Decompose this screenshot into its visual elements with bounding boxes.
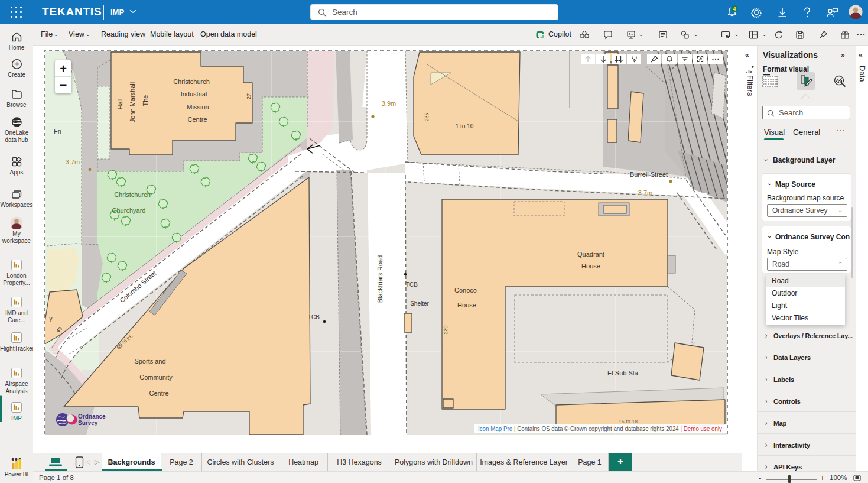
svg-text:Christchurch: Christchurch	[173, 78, 210, 85]
svg-text:Survey: Survey	[78, 420, 98, 426]
svg-text:3.9m: 3.9m	[382, 100, 396, 107]
svg-text:Centre: Centre	[187, 116, 207, 123]
svg-text:15 to 18: 15 to 18	[619, 419, 638, 424]
svg-text:John Marshall: John Marshall	[129, 82, 136, 122]
svg-text:Quadrant: Quadrant	[577, 251, 604, 258]
svg-text:House: House	[581, 262, 600, 270]
svg-text:27: 27	[246, 93, 252, 99]
svg-text:Mission: Mission	[187, 103, 209, 111]
svg-text:4: 4	[733, 5, 736, 12]
svg-text:Fn: Fn	[54, 128, 61, 135]
svg-text:235: 235	[424, 112, 430, 121]
svg-text:Conoco: Conoco	[454, 287, 477, 294]
svg-text:Industrial: Industrial	[181, 90, 207, 98]
svg-text:Community: Community	[139, 374, 173, 381]
svg-text:3.7m: 3.7m	[66, 158, 80, 166]
svg-text:y: y	[50, 316, 53, 322]
svg-text:The: The	[142, 95, 149, 106]
svg-text:Burrell Street: Burrell Street	[630, 171, 668, 178]
svg-text:Hall: Hall	[116, 99, 123, 110]
svg-text:Centre: Centre	[149, 390, 168, 397]
svg-text:TCB: TCB	[308, 314, 320, 320]
svg-text:El Sub Sta: El Sub Sta	[607, 369, 639, 377]
svg-text:TCB: TCB	[406, 281, 418, 288]
svg-text:Icon Map Pro | Contains OS dat: Icon Map Pro | Contains OS data © Crown …	[478, 425, 723, 432]
svg-text:230: 230	[443, 325, 448, 334]
svg-text:Churchyard: Churchyard	[112, 207, 146, 214]
svg-text:3.7m: 3.7m	[638, 189, 652, 196]
svg-text:1 to 10: 1 to 10	[456, 123, 474, 129]
svg-text:Christchurch: Christchurch	[114, 191, 151, 198]
svg-text:Ordnance: Ordnance	[78, 413, 106, 420]
svg-text:Blackfriars Road: Blackfriars Road	[376, 255, 383, 303]
svg-text:House: House	[457, 302, 476, 309]
svg-text:Sports and: Sports and	[134, 358, 165, 365]
svg-text:Shelter: Shelter	[410, 300, 429, 307]
